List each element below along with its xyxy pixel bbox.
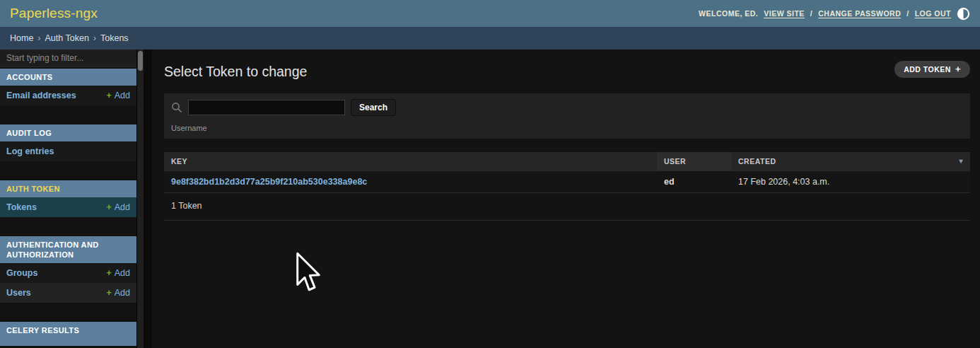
sidebar-item-log-entries[interactable]: Log entries [0, 141, 136, 161]
sidebar-scrollbar[interactable] [136, 50, 144, 348]
breadcrumb-current: Tokens [100, 33, 129, 43]
sidebar-section-audit-log: AUDIT LOG Log entries [0, 124, 136, 161]
groups-link[interactable]: Groups [6, 268, 37, 278]
sidebar-section-auth-token: AUTH TOKEN Tokens + Add [0, 180, 136, 217]
sidebar-section-auth-authorization: AUTHENTICATION AND AUTHORIZATION Groups … [0, 236, 136, 303]
sidebar-section-celery-results: CELERY RESULTS [0, 322, 136, 346]
link-separator: / [810, 9, 812, 18]
column-header-created[interactable]: CREATED ▾ [731, 152, 970, 171]
section-title: ACCOUNTS [0, 69, 136, 86]
tokens-link[interactable]: Tokens [6, 202, 37, 212]
token-key-cell: 9e8f382bd1b2d3d77a25b9f210ab530e338a9e8c [164, 171, 657, 193]
search-icon [171, 102, 182, 113]
token-created-cell: 17 Feb 2026, 4:03 a.m. [731, 171, 970, 193]
welcome-text: WELCOME, ED. [699, 9, 758, 18]
sidebar-main-divider [144, 50, 152, 348]
add-user-link[interactable]: + Add [106, 288, 130, 298]
theme-toggle-icon[interactable] [957, 7, 970, 21]
sidebar-item-email-addresses[interactable]: Email addresses + Add [0, 86, 136, 105]
add-token-link[interactable]: + Add [106, 202, 130, 212]
add-email-address-link[interactable]: + Add [106, 91, 130, 100]
column-header-user[interactable]: USER [657, 152, 731, 171]
table-header-row: KEY USER CREATED ▾ [164, 152, 970, 171]
breadcrumb-separator: › [93, 33, 96, 43]
sort-descending-icon[interactable]: ▾ [959, 157, 963, 165]
plus-icon: + [106, 202, 111, 212]
user-tools: WELCOME, ED. VIEW SITE / CHANGE PASSWORD… [699, 7, 970, 21]
token-user-cell: ed [657, 171, 731, 193]
section-title: AUDIT LOG [0, 124, 136, 141]
add-group-link[interactable]: + Add [106, 268, 130, 278]
sidebar-nav: ACCOUNTS Email addresses + Add AUDIT LOG… [0, 50, 136, 348]
view-site-link[interactable]: VIEW SITE [764, 9, 805, 18]
breadcrumb-home[interactable]: Home [10, 33, 33, 43]
paperless-admin-window: Paperless-ngx WELCOME, ED. VIEW SITE / C… [0, 0, 980, 348]
token-key-link[interactable]: 9e8f382bd1b2d3d77a25b9f210ab530e338a9e8c [171, 177, 367, 187]
breadcrumb-auth-token[interactable]: Auth Token [45, 33, 89, 43]
page-title: Select Token to change [164, 64, 307, 80]
app-header: Paperless-ngx WELCOME, ED. VIEW SITE / C… [0, 0, 980, 27]
sidebar-scrollbar-thumb[interactable] [138, 51, 143, 71]
table-row: 9e8f382bd1b2d3d77a25b9f210ab530e338a9e8c… [164, 171, 970, 193]
log-out-link[interactable]: LOG OUT [915, 9, 951, 18]
sidebar-item-groups[interactable]: Groups + Add [0, 263, 136, 283]
section-title: AUTHENTICATION AND AUTHORIZATION [0, 236, 136, 263]
log-entries-link[interactable]: Log entries [6, 146, 54, 156]
search-field-caption: Username [171, 124, 963, 132]
sidebar-section-accounts: ACCOUNTS Email addresses + Add [0, 69, 136, 105]
add-token-button[interactable]: ADD TOKEN + [894, 61, 970, 78]
search-input[interactable] [188, 100, 345, 115]
sidebar-item-users[interactable]: Users + Add [0, 283, 136, 303]
tokens-table: KEY USER CREATED ▾ 9e8f382bd1b2d3d77a25b… [164, 152, 970, 193]
section-title: AUTH TOKEN [0, 180, 136, 197]
sidebar-item-tokens[interactable]: Tokens + Add [0, 197, 136, 217]
section-title: CELERY RESULTS [0, 322, 136, 346]
plus-icon: + [955, 66, 961, 73]
search-panel: Search Username [164, 93, 970, 139]
link-separator: / [906, 9, 909, 18]
users-link[interactable]: Users [6, 288, 31, 298]
plus-icon: + [106, 91, 111, 100]
breadcrumb-separator: › [37, 33, 40, 43]
column-header-key[interactable]: KEY [164, 152, 657, 171]
change-password-link[interactable]: CHANGE PASSWORD [818, 9, 901, 18]
sidebar-filter-input[interactable] [0, 50, 136, 67]
result-count: 1 Token [164, 193, 970, 221]
plus-icon: + [106, 268, 111, 278]
plus-icon: + [106, 288, 111, 298]
brand-title: Paperless-ngx [10, 6, 98, 21]
search-button[interactable]: Search [351, 99, 396, 116]
breadcrumb: Home › Auth Token › Tokens [0, 27, 980, 50]
email-addresses-link[interactable]: Email addresses [6, 91, 76, 100]
main-content: Select Token to change ADD TOKEN + Sear [152, 50, 980, 348]
